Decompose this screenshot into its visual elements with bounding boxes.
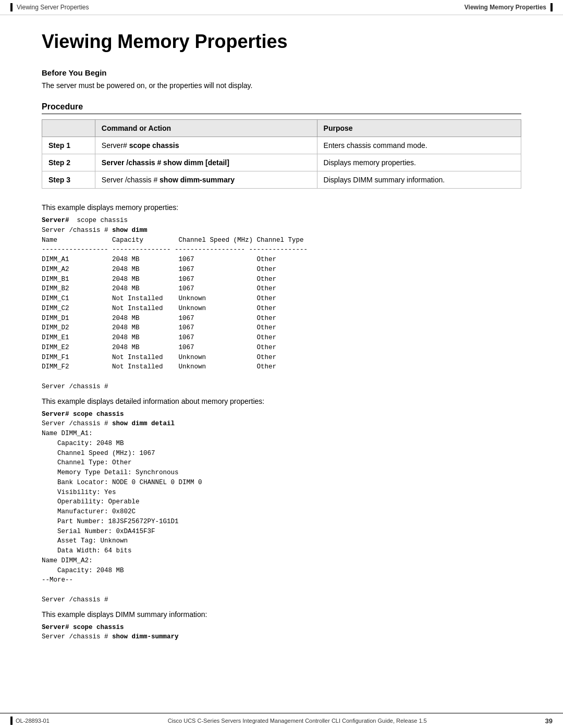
example3-intro: This example displays DIMM summary infor… xyxy=(42,610,521,619)
footer-left: OL-28893-01 xyxy=(10,717,50,725)
example1-intro: This example displays memory properties: xyxy=(42,203,521,212)
table-row: Step 2Server /chassis # show dimm [detai… xyxy=(42,154,521,171)
footer-page-number: 39 xyxy=(545,717,553,725)
header-right-bar xyxy=(550,3,553,11)
header-left-bar xyxy=(10,3,13,11)
before-you-begin-text: The server must be powered on, or the pr… xyxy=(42,81,521,90)
footer-center-text: Cisco UCS C-Series Servers Integrated Ma… xyxy=(50,718,545,724)
page-title: Viewing Memory Properties xyxy=(42,31,521,53)
col-purpose-header: Purpose xyxy=(317,120,521,137)
step-purpose: Enters chassis command mode. xyxy=(317,137,521,154)
footer-bar xyxy=(10,717,13,725)
step-label: Step 2 xyxy=(42,154,95,171)
table-header-row: Command or Action Purpose xyxy=(42,120,521,137)
step-label: Step 1 xyxy=(42,137,95,154)
step-command: Server /chassis # show dimm [detail] xyxy=(95,154,317,171)
example3-code: Server# scope chassis Server /chassis # … xyxy=(42,623,521,643)
table-row: Step 3Server /chassis # show dimm-summar… xyxy=(42,171,521,189)
footer: OL-28893-01 Cisco UCS C-Series Servers I… xyxy=(0,713,563,728)
example1-code: Server# scope chassis Server /chassis # … xyxy=(42,216,521,392)
table-row: Step 1Server# scope chassisEnters chassi… xyxy=(42,137,521,154)
procedure-heading: Procedure xyxy=(42,102,521,114)
step-purpose: Displays DIMM summary information. xyxy=(317,171,521,189)
step-purpose: Displays memory properties. xyxy=(317,154,521,171)
main-content: Viewing Memory Properties Before You Beg… xyxy=(0,15,563,689)
procedure-table: Command or Action Purpose Step 1Server# … xyxy=(42,119,521,189)
example2-intro: This example displays detailed informati… xyxy=(42,397,521,405)
header-right-text: Viewing Memory Properties xyxy=(464,4,546,11)
step-label: Step 3 xyxy=(42,171,95,189)
header-right: Viewing Memory Properties xyxy=(464,3,553,11)
step-command: Server /chassis # show dimm-summary xyxy=(95,171,317,189)
before-you-begin-heading: Before You Begin xyxy=(42,68,521,77)
example2-code: Server# scope chassis Server /chassis # … xyxy=(42,410,521,605)
col-command-header: Command or Action xyxy=(95,120,317,137)
header-left: Viewing Server Properties xyxy=(10,3,89,11)
col-step-header xyxy=(42,120,95,137)
header-left-text: Viewing Server Properties xyxy=(17,4,89,11)
step-command: Server# scope chassis xyxy=(95,137,317,154)
top-header: Viewing Server Properties Viewing Memory… xyxy=(0,0,563,15)
footer-left-text: OL-28893-01 xyxy=(16,718,50,724)
